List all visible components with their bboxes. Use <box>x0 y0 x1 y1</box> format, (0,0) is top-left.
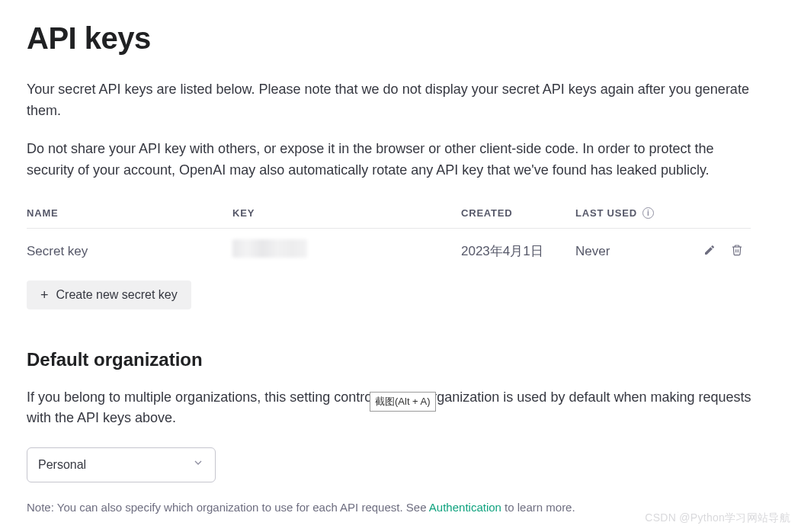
chevron-down-icon <box>192 456 204 474</box>
edit-key-button[interactable] <box>702 242 717 260</box>
table-row: Secret key 2023年4月1日 Never <box>27 229 751 274</box>
trash-icon <box>731 244 743 258</box>
screenshot-tooltip: 截图(Alt + A) <box>370 392 436 412</box>
key-value-cell <box>232 229 461 274</box>
pencil-icon <box>703 244 716 258</box>
key-created-cell: 2023年4月1日 <box>461 229 575 274</box>
column-header-name: NAME <box>27 198 232 229</box>
organization-select[interactable]: Personal <box>27 447 216 482</box>
column-header-last-used: LAST USED i <box>575 198 690 229</box>
column-header-created: CREATED <box>461 198 575 229</box>
key-last-used-cell: Never <box>575 229 690 274</box>
info-icon[interactable]: i <box>642 207 654 219</box>
key-name-cell: Secret key <box>27 229 232 274</box>
create-new-secret-key-button[interactable]: + Create new secret key <box>27 280 191 309</box>
api-keys-table: NAME KEY CREATED LAST USED i Secret key … <box>27 198 751 274</box>
org-description: If you belong to multiple organizations,… <box>27 387 758 430</box>
page-title: API keys <box>27 15 774 61</box>
org-note: Note: You can also specify which organiz… <box>27 499 774 517</box>
column-header-key: KEY <box>232 198 461 229</box>
intro-paragraph-2: Do not share your API key with others, o… <box>27 139 758 181</box>
default-organization-heading: Default organization <box>27 346 774 373</box>
create-button-label: Create new secret key <box>56 288 178 302</box>
intro-paragraph-1: Your secret API keys are listed below. P… <box>27 79 758 122</box>
authentication-link[interactable]: Authentication <box>429 501 501 514</box>
plus-icon: + <box>40 288 49 302</box>
organization-selected-value: Personal <box>38 456 86 474</box>
masked-key <box>232 239 307 258</box>
delete-key-button[interactable] <box>729 242 745 260</box>
